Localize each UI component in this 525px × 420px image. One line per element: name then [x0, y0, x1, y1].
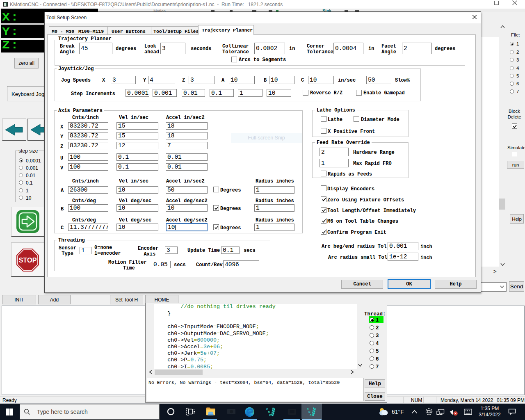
svg-text:C: C	[310, 413, 312, 417]
svg-text:STOP: STOP	[19, 256, 37, 264]
svg-text:C: C	[269, 413, 271, 417]
